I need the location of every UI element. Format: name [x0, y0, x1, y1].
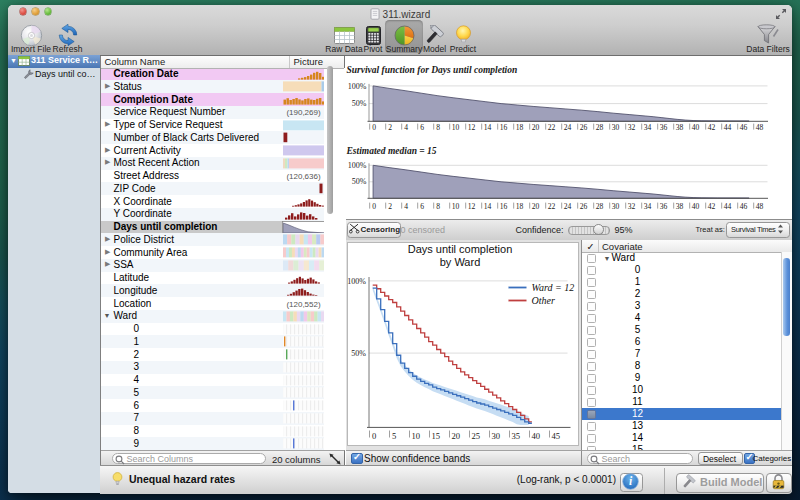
- svg-text:6: 6: [420, 122, 424, 131]
- svg-text:18: 18: [515, 201, 523, 210]
- svg-text:22: 22: [547, 201, 555, 210]
- svg-text:26: 26: [579, 201, 587, 210]
- svg-text:22: 22: [547, 122, 555, 131]
- svg-text:Days until completion: Days until completion: [407, 243, 512, 255]
- svg-text:40: 40: [691, 122, 699, 131]
- svg-text:25: 25: [471, 431, 480, 441]
- svg-text:100%: 100%: [347, 81, 366, 90]
- svg-text:2: 2: [388, 201, 392, 210]
- svg-text:34: 34: [643, 201, 651, 210]
- svg-text:50%: 50%: [351, 99, 366, 108]
- svg-text:4: 4: [404, 122, 408, 131]
- svg-text:16: 16: [499, 201, 507, 210]
- svg-text:2: 2: [388, 122, 392, 131]
- svg-text:28: 28: [595, 201, 603, 210]
- svg-text:12: 12: [467, 201, 475, 210]
- svg-text:44: 44: [723, 201, 731, 210]
- svg-text:10: 10: [451, 122, 459, 131]
- svg-text:32: 32: [627, 122, 635, 131]
- svg-text:4: 4: [404, 201, 408, 210]
- svg-text:32: 32: [627, 201, 635, 210]
- svg-text:10: 10: [451, 201, 459, 210]
- svg-text:Other: Other: [531, 295, 554, 306]
- svg-text:20: 20: [531, 122, 539, 131]
- svg-text:48: 48: [755, 201, 763, 210]
- svg-text:40: 40: [531, 431, 540, 441]
- svg-text:8: 8: [436, 201, 440, 210]
- svg-text:45: 45: [551, 431, 560, 441]
- svg-text:36: 36: [659, 201, 667, 210]
- svg-text:38: 38: [675, 122, 683, 131]
- svg-text:44: 44: [723, 122, 731, 131]
- svg-text:50%: 50%: [351, 349, 366, 358]
- svg-text:10: 10: [411, 431, 420, 441]
- svg-text:8: 8: [436, 122, 440, 131]
- svg-text:by Ward: by Ward: [439, 256, 480, 268]
- svg-text:14: 14: [483, 122, 491, 131]
- svg-text:24: 24: [563, 201, 571, 210]
- svg-text:5: 5: [392, 431, 396, 441]
- svg-text:40: 40: [691, 201, 699, 210]
- svg-text:26: 26: [579, 122, 587, 131]
- svg-text:30: 30: [491, 431, 500, 441]
- svg-text:28: 28: [595, 122, 603, 131]
- svg-text:0: 0: [372, 201, 376, 210]
- svg-text:46: 46: [739, 122, 747, 131]
- svg-text:42: 42: [707, 122, 715, 131]
- svg-text:30: 30: [611, 122, 619, 131]
- svg-text:50%: 50%: [351, 177, 366, 186]
- svg-text:15: 15: [431, 431, 440, 441]
- svg-text:36: 36: [659, 122, 667, 131]
- svg-text:18: 18: [515, 122, 523, 131]
- svg-text:42: 42: [707, 201, 715, 210]
- svg-text:Estimated median = 15: Estimated median = 15: [346, 145, 437, 155]
- svg-text:100%: 100%: [347, 277, 366, 286]
- svg-text:35: 35: [511, 431, 520, 441]
- svg-text:14: 14: [483, 201, 491, 210]
- svg-text:34: 34: [643, 122, 651, 131]
- svg-text:0: 0: [372, 122, 376, 131]
- svg-text:46: 46: [739, 201, 747, 210]
- svg-text:6: 6: [420, 201, 424, 210]
- svg-text:100%: 100%: [347, 160, 366, 169]
- svg-text:Ward = 12: Ward = 12: [531, 282, 574, 293]
- svg-text:38: 38: [675, 201, 683, 210]
- svg-text:12: 12: [467, 122, 475, 131]
- svg-text:0: 0: [372, 431, 376, 441]
- svg-text:48: 48: [755, 122, 763, 131]
- svg-text:16: 16: [499, 122, 507, 131]
- svg-text:20: 20: [451, 431, 460, 441]
- svg-text:20: 20: [531, 201, 539, 210]
- svg-text:Survival function for Days unt: Survival function for Days until complet…: [346, 65, 517, 75]
- svg-text:30: 30: [611, 201, 619, 210]
- svg-text:24: 24: [563, 122, 571, 131]
